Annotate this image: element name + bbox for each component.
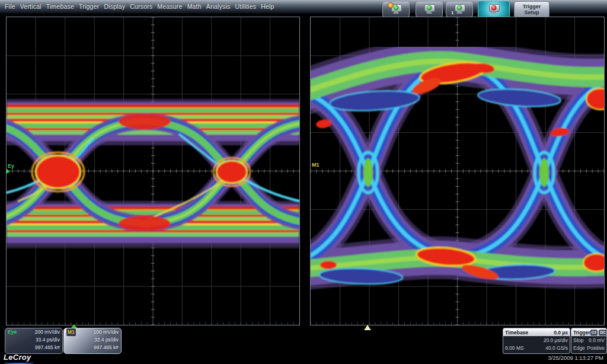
- timebase-box[interactable]: Timebase 0.0 µs 20.0 µs/div 8.00 MS 40.0…: [503, 328, 570, 354]
- single-trigger-button[interactable]: 1: [446, 1, 473, 17]
- trigger-source-badge: C2: [590, 330, 598, 336]
- right-eye-diagram: [311, 17, 604, 325]
- left-graticule-panel[interactable]: Ey: [6, 17, 300, 325]
- trigger-title: Trigger: [573, 330, 590, 336]
- timebase-per-div: 20.0 µs/div: [544, 337, 568, 343]
- eye-trace-label: Ey: [8, 163, 14, 169]
- lecroy-logo: LeCroy: [4, 353, 34, 364]
- trigger-slope: Positive: [587, 345, 605, 351]
- auto-trigger-button[interactable]: [382, 1, 410, 17]
- single-count-label: 1: [451, 10, 453, 15]
- timebase-title: Timebase: [505, 330, 528, 336]
- menu-timebase[interactable]: Timebase: [46, 3, 74, 10]
- menu-vertical[interactable]: Vertical: [20, 3, 41, 10]
- m1-descriptor-box[interactable]: M1 100 mV/div 33.4 ps/div 997.465 k#: [63, 328, 122, 354]
- menu-trigger[interactable]: Trigger: [79, 3, 99, 10]
- stop-trigger-icon: [487, 4, 500, 14]
- eye-count-value: 997.465 k#: [35, 344, 60, 352]
- menu-utilities[interactable]: Utilities: [235, 3, 256, 10]
- timebase-offset: 0.0 µs: [554, 330, 568, 336]
- right-graticule-panel[interactable]: M1: [310, 17, 605, 325]
- menu-cursors[interactable]: Cursors: [130, 3, 152, 10]
- menu-items: File Vertical Timebase Trigger Display C…: [5, 0, 274, 13]
- m1-count-value: 997.465 k#: [94, 344, 119, 352]
- menu-bar: File Vertical Timebase Trigger Display C…: [0, 0, 607, 14]
- eye-level-marker: [7, 169, 10, 174]
- trigger-coupling-badge: DC: [599, 330, 606, 336]
- lecroy-logo-text: LeCroy: [4, 353, 31, 362]
- auto-trigger-icon: [389, 4, 402, 14]
- trigger-type: Edge: [573, 345, 585, 351]
- trigger-setup-button[interactable]: Trigger Setup: [514, 1, 550, 18]
- menu-math[interactable]: Math: [187, 3, 202, 10]
- menu-analysis[interactable]: Analysis: [206, 3, 231, 10]
- trigger-box[interactable]: Trigger C2 DC Stop 0.0 mV Edge Positive: [571, 328, 607, 354]
- menu-file[interactable]: File: [5, 3, 15, 10]
- normal-trigger-icon: [423, 4, 436, 14]
- stop-trigger-button[interactable]: [478, 1, 510, 18]
- timebase-rate: 40.0 GS/s: [545, 345, 568, 351]
- eye-vdiv-value: 200 mV/div: [34, 328, 60, 336]
- m1-trace-label: M1: [312, 162, 320, 168]
- left-eye-diagram: [7, 17, 299, 325]
- eye-hdiv-value: 33.4 ps/div: [36, 336, 60, 344]
- menu-measure[interactable]: Measure: [157, 3, 182, 10]
- trigger-level: 0.0 mV: [589, 337, 605, 343]
- normal-trigger-button[interactable]: [416, 1, 443, 17]
- trigger-setup-label-line2: Setup: [524, 9, 539, 16]
- trigger-setup-label-line1: Trigger: [523, 4, 541, 10]
- timebase-samples: 8.00 MS: [505, 345, 524, 351]
- menu-help[interactable]: Help: [261, 3, 274, 10]
- menu-display[interactable]: Display: [104, 3, 125, 10]
- clock-icon: [388, 2, 394, 8]
- oscilloscope-screen: File Vertical Timebase Trigger Display C…: [0, 0, 607, 364]
- m1-vdiv-value: 100 mV/div: [93, 328, 119, 336]
- trigger-position-marker[interactable]: [364, 325, 371, 330]
- eye-descriptor-box[interactable]: Eye 200 mV/div 33.4 ps/div 997.465 k#: [5, 328, 63, 354]
- single-trigger-icon: 1: [453, 4, 466, 14]
- eye-descriptor-label: Eye: [8, 328, 17, 336]
- m1-hdiv-value: 33.4 ps/div: [94, 336, 119, 344]
- m1-descriptor-label: M1: [66, 328, 76, 336]
- datetime-status: 3/25/2009 1:13:27 PM: [548, 355, 604, 361]
- trigger-mode: Stop: [573, 337, 584, 343]
